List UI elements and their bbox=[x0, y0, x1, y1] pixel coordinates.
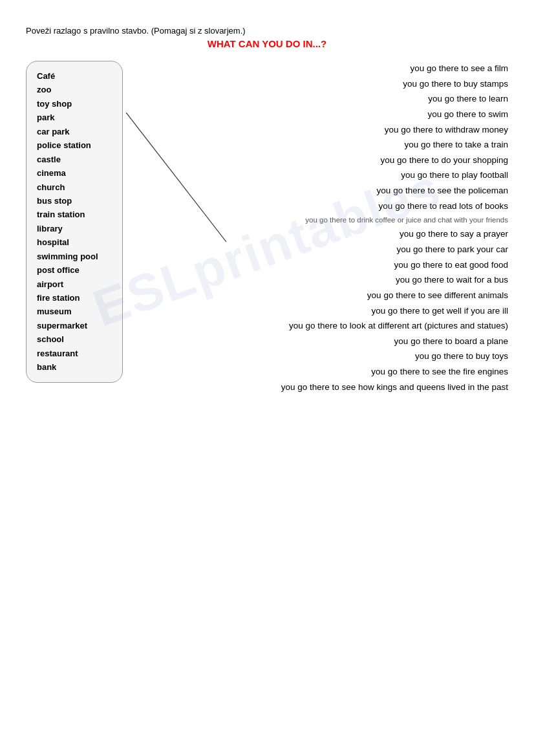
clue-line: you go there to park your car bbox=[396, 242, 508, 257]
clue-line: you go there to look at different art (p… bbox=[289, 318, 508, 334]
clue-line: you go there to learn bbox=[428, 91, 508, 107]
clue-line: you go there to take a train bbox=[404, 137, 508, 153]
place-item: hospital bbox=[37, 235, 112, 249]
place-item: fire station bbox=[37, 291, 112, 305]
instruction-text: Poveži razlago s pravilno stavbo. (Pomag… bbox=[26, 26, 508, 36]
clue-line: you go there to say a prayer bbox=[400, 226, 508, 242]
clue-line: you go there to buy toys bbox=[415, 349, 508, 364]
clue-line: you go there to see the policeman bbox=[377, 183, 508, 199]
clue-line: you go there to swim bbox=[427, 107, 508, 122]
clue-line: you go there to wait for a bus bbox=[396, 272, 508, 288]
place-item: castle bbox=[37, 153, 112, 166]
place-item: library bbox=[37, 222, 112, 235]
clue-line: you go there to get well if you are ill bbox=[371, 303, 508, 319]
clues-area: you go there to see a filmyou go there t… bbox=[123, 61, 508, 394]
place-item: toy shop bbox=[37, 97, 112, 111]
place-item: restaurant bbox=[37, 347, 112, 360]
place-item: museum bbox=[37, 305, 112, 318]
clue-line: you go there to play football bbox=[401, 167, 508, 183]
clue-line: you go there to eat good food bbox=[394, 257, 508, 273]
place-item: airport bbox=[37, 277, 112, 291]
clue-line: you go there to do your shopping bbox=[381, 153, 508, 168]
places-box: Cafézootoy shopparkcar parkpolice statio… bbox=[26, 61, 123, 383]
content-area: Cafézootoy shopparkcar parkpolice statio… bbox=[26, 61, 508, 394]
place-item: car park bbox=[37, 125, 112, 138]
clue-line: you go there to see a film bbox=[410, 61, 508, 76]
place-item: post office bbox=[37, 263, 112, 277]
clue-line: you go there to see how kings and queens… bbox=[281, 380, 508, 395]
clue-line: you go there to drink coffee or juice an… bbox=[305, 213, 508, 226]
place-item: police station bbox=[37, 138, 112, 152]
place-item: school bbox=[37, 332, 112, 346]
place-item: church bbox=[37, 180, 112, 194]
place-item: supermarket bbox=[37, 319, 112, 332]
clue-line: you go there to board a plane bbox=[394, 334, 508, 349]
place-item: cinema bbox=[37, 166, 112, 180]
page-title: WHAT CAN YOU DO IN...? bbox=[26, 38, 508, 49]
clue-line: you go there to buy stamps bbox=[403, 76, 508, 92]
clue-line: you go there to see different animals bbox=[367, 288, 508, 303]
place-item: bank bbox=[37, 360, 112, 374]
place-item: train station bbox=[37, 208, 112, 221]
clue-line: you go there to read lots of books bbox=[379, 199, 508, 214]
page: Poveži razlago s pravilno stavbo. (Pomag… bbox=[0, 0, 534, 407]
place-item: swimming pool bbox=[37, 250, 112, 263]
place-item: park bbox=[37, 111, 112, 124]
clue-line: you go there to withdraw money bbox=[385, 122, 508, 138]
place-item: zoo bbox=[37, 83, 112, 96]
clue-line: you go there to see the fire engines bbox=[371, 364, 508, 380]
place-item: Café bbox=[37, 69, 112, 83]
place-item: bus stop bbox=[37, 194, 112, 208]
